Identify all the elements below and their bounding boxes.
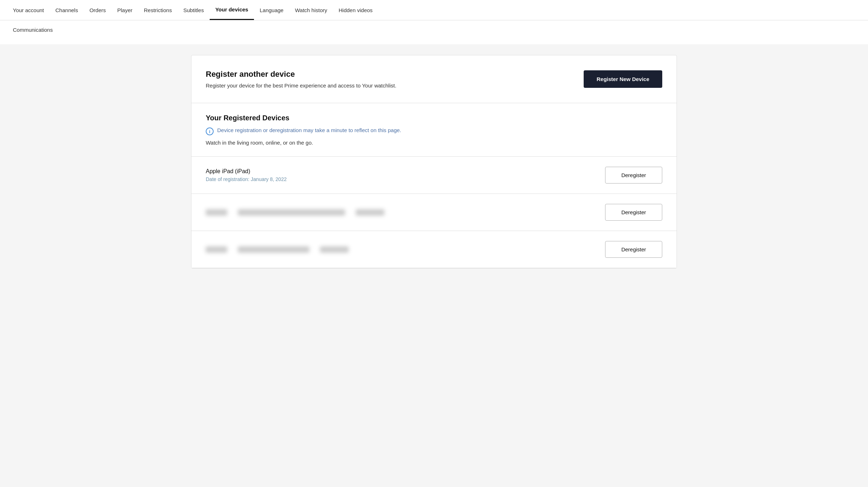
nav-item-communications[interactable]: Communications	[7, 20, 59, 39]
table-row: Deregister	[191, 231, 677, 268]
register-device-text: Register another device Register your de…	[206, 70, 396, 89]
table-row: Apple iPad (iPad) Date of registration: …	[191, 157, 677, 194]
nav-item-watch-history[interactable]: Watch history	[289, 1, 333, 20]
content-card: Register another device Register your de…	[191, 55, 677, 268]
watch-text: Watch in the living room, online, or on …	[206, 140, 662, 146]
nav-item-subtitles[interactable]: Subtitles	[178, 1, 210, 20]
main-content: Register another device Register your de…	[184, 55, 684, 268]
table-row: Deregister	[191, 194, 677, 231]
blurred-name	[238, 209, 345, 216]
nav-item-language[interactable]: Language	[254, 1, 289, 20]
info-message: Device registration or deregistration ma…	[217, 127, 401, 133]
nav-item-orders[interactable]: Orders	[84, 1, 111, 20]
nav-item-your-account[interactable]: Your account	[7, 1, 50, 20]
nav-item-channels[interactable]: Channels	[50, 1, 84, 20]
registered-devices-section: Your Registered Devices i Device registr…	[191, 103, 677, 156]
nav-row2: Communications	[0, 20, 868, 44]
register-device-description: Register your device for the best Prime …	[206, 82, 396, 89]
devices-list: Apple iPad (iPad) Date of registration: …	[191, 156, 677, 268]
nav-item-player[interactable]: Player	[111, 1, 138, 20]
navigation: Your accountChannelsOrdersPlayerRestrict…	[0, 0, 868, 20]
blurred-date	[320, 246, 349, 253]
deregister-button[interactable]: Deregister	[605, 167, 662, 184]
device-blurred-info	[206, 209, 384, 216]
blurred-icon	[206, 209, 227, 216]
nav-items-row1: Your accountChannelsOrdersPlayerRestrict…	[7, 0, 861, 20]
blurred-date	[356, 209, 384, 216]
blurred-icon	[206, 246, 227, 253]
info-icon: i	[206, 127, 214, 135]
device-info: Apple iPad (iPad) Date of registration: …	[206, 168, 286, 182]
device-blurred-info	[206, 246, 349, 253]
device-reg-date: Date of registration: January 8, 2022	[206, 176, 286, 182]
device-name: Apple iPad (iPad)	[206, 168, 286, 175]
register-new-device-button[interactable]: Register New Device	[584, 70, 662, 88]
nav-item-hidden-videos[interactable]: Hidden videos	[333, 1, 378, 20]
info-row: i Device registration or deregistration …	[206, 127, 662, 135]
nav-item-your-devices[interactable]: Your devices	[210, 0, 254, 20]
register-device-section: Register another device Register your de…	[191, 55, 677, 103]
register-device-title: Register another device	[206, 70, 396, 79]
registered-devices-title: Your Registered Devices	[206, 114, 662, 122]
deregister-button[interactable]: Deregister	[605, 241, 662, 258]
blurred-name	[238, 246, 309, 253]
deregister-button[interactable]: Deregister	[605, 204, 662, 221]
nav-item-restrictions[interactable]: Restrictions	[138, 1, 178, 20]
